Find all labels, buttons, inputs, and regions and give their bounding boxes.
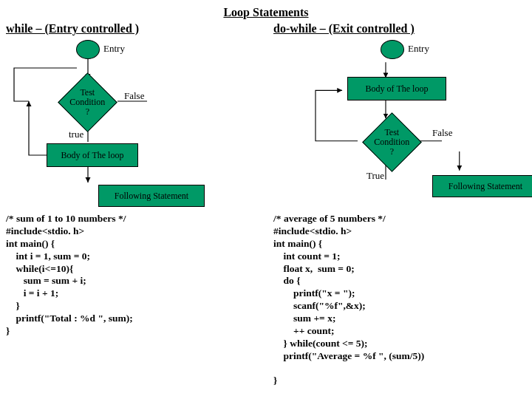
dowhile-condition-text: Test Condition ? — [372, 128, 412, 157]
page-title: Loop Statements — [6, 6, 526, 19]
dowhile-code: /* average of 5 numbers */ #include<stdi… — [273, 213, 526, 387]
while-true-label: true — [69, 129, 83, 140]
dowhile-following-rect: Following Statement — [432, 175, 532, 197]
while-column: while – (Entry controlled ) — [6, 22, 259, 387]
dowhile-flow: Entry Body of The loop Test Condition ? … — [273, 38, 526, 208]
dowhile-entry-label: Entry — [408, 43, 429, 55]
while-body-rect: Body of The loop — [47, 143, 138, 167]
dowhile-true-label: True — [366, 170, 384, 182]
while-subtitle: while – (Entry controlled ) — [6, 22, 259, 35]
while-entry-oval — [76, 40, 100, 59]
while-following-rect: Following Statement — [98, 185, 205, 207]
while-condition-diamond: Test Condition ? — [58, 72, 117, 132]
while-condition-text: Test Condition ? — [67, 88, 108, 117]
columns: while – (Entry controlled ) — [6, 22, 526, 387]
dowhile-subtitle: do-while – (Exit controlled ) — [273, 22, 526, 35]
while-code: /* sum of 1 to 10 numbers */ #include<st… — [6, 213, 259, 338]
while-entry-label: Entry — [103, 43, 125, 55]
while-false-label: False — [124, 90, 144, 102]
dowhile-condition-diamond: Test Condition ? — [362, 112, 422, 172]
dowhile-entry-oval — [381, 40, 404, 59]
while-arrows — [6, 38, 259, 208]
dowhile-column: do-while – (Exit controlled ) — [273, 22, 526, 387]
dowhile-body-rect: Body of The loop — [347, 77, 446, 100]
while-flow: Entry Test Condition ? False true Body o… — [6, 38, 259, 208]
dowhile-false-label: False — [432, 127, 452, 139]
